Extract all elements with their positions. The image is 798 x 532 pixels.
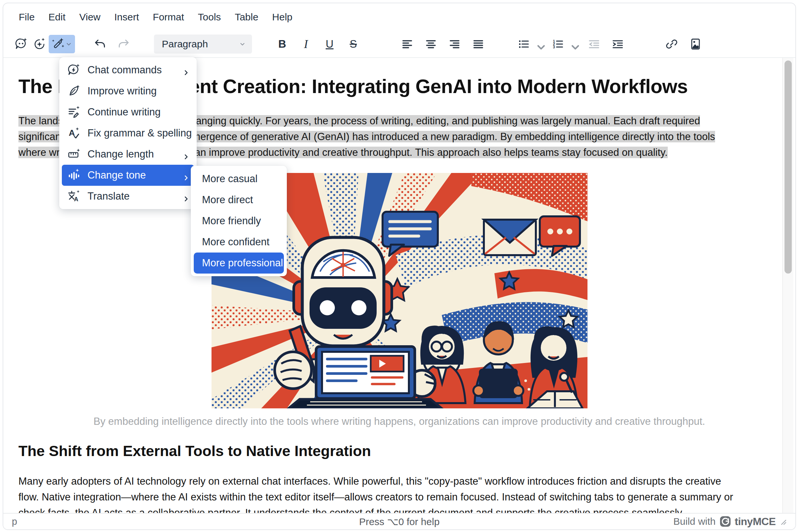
justify-icon — [472, 37, 485, 51]
ai-assistant-button[interactable] — [12, 35, 30, 53]
indent-button[interactable] — [609, 35, 627, 53]
menu-item-improve-writing[interactable]: Improve writing — [62, 80, 194, 101]
menu-item-continue-writing[interactable]: Continue writing — [62, 101, 194, 122]
toolbar: Paragraph B I U S — [3, 31, 795, 58]
menu-edit[interactable]: Edit — [41, 8, 72, 26]
outdent-button[interactable] — [585, 35, 603, 53]
numbered-list-button[interactable]: 123 — [551, 35, 565, 53]
svg-text:A: A — [74, 196, 78, 203]
ai-shortcuts-button[interactable] — [30, 35, 49, 53]
change-tone-submenu: More casual More direct More friendly Mo… — [191, 166, 287, 276]
chevron-down-icon — [65, 40, 72, 48]
brand-name: tinyMCE — [735, 516, 776, 528]
scrollbar[interactable] — [782, 58, 793, 513]
menu-item-change-length[interactable]: Change length — [62, 144, 194, 165]
paragraph-2: Many early adopters of AI technology rel… — [18, 474, 780, 513]
image-caption: By embedding intelligence directly into … — [18, 416, 780, 428]
submenu-item-label: More friendly — [202, 215, 261, 227]
menu-item-label: Improve writing — [88, 85, 189, 97]
bullet-list-icon — [517, 37, 530, 51]
link-button[interactable] — [663, 35, 681, 53]
align-center-button[interactable] — [422, 35, 440, 53]
numbered-list-icon: 123 — [551, 37, 564, 51]
menu-item-label: Change tone — [88, 169, 175, 181]
underline-button[interactable]: U — [320, 35, 339, 53]
submenu-chevron-icon — [183, 172, 189, 178]
menubar: File Edit View Insert Format Tools Table… — [3, 3, 795, 31]
menu-item-chat-commands[interactable]: Chat commands — [62, 59, 194, 80]
align-left-button[interactable] — [398, 35, 416, 53]
submenu-item-more-professional[interactable]: More professional — [194, 252, 284, 273]
link-icon — [665, 37, 678, 51]
strikethrough-label: S — [350, 38, 357, 50]
bullet-list-dropdown[interactable] — [531, 35, 545, 53]
menu-item-translate[interactable]: A Translate — [62, 186, 194, 207]
image-icon — [689, 37, 702, 51]
menu-item-label: Change length — [88, 148, 175, 160]
ai-assistant-icon — [15, 37, 27, 51]
improve-writing-icon — [67, 84, 80, 98]
menu-view[interactable]: View — [72, 8, 107, 26]
menu-tools[interactable]: Tools — [191, 8, 228, 26]
scrollbar-thumb[interactable] — [784, 60, 792, 273]
brand-prefix: Build with — [673, 516, 716, 527]
branding[interactable]: Build with tinyMCE — [673, 516, 776, 528]
paragraph-line: flow. Native integration—where the AI ex… — [18, 489, 780, 505]
undo-icon — [93, 37, 107, 51]
redo-button[interactable] — [114, 35, 133, 53]
numbered-list-dropdown[interactable] — [565, 35, 580, 53]
undo-button[interactable] — [91, 35, 109, 53]
align-center-icon — [424, 37, 438, 51]
submenu-item-more-confident[interactable]: More confident — [194, 231, 284, 252]
italic-label: I — [304, 37, 308, 51]
menu-item-label: Continue writing — [88, 106, 189, 118]
menu-file[interactable]: File — [12, 8, 41, 26]
align-right-icon — [448, 37, 461, 51]
justify-button[interactable] — [469, 35, 487, 53]
submenu-item-label: More casual — [202, 173, 258, 185]
block-format-select[interactable]: Paragraph — [154, 35, 252, 54]
menu-format[interactable]: Format — [146, 8, 191, 26]
block-format-value: Paragraph — [162, 38, 239, 50]
menu-insert[interactable]: Insert — [108, 8, 146, 26]
italic-button[interactable]: I — [297, 35, 315, 53]
paragraph-line: Many early adopters of AI technology rel… — [18, 474, 780, 489]
submenu-chevron-icon — [183, 151, 189, 157]
submenu-chevron-icon — [183, 67, 189, 73]
ai-shortcuts-icon — [33, 37, 46, 51]
chevron-down-icon — [569, 40, 576, 48]
statusbar: Press ⌥0 for help p Build with tinyMCE — [3, 513, 795, 529]
tinymce-editor: File Edit View Insert Format Tools Table… — [3, 3, 796, 530]
menu-item-fix-grammar[interactable]: A Fix grammar & spelling — [62, 122, 194, 144]
tinymce-logo-icon — [720, 516, 731, 527]
submenu-chevron-icon — [183, 193, 189, 200]
continue-writing-icon — [67, 106, 80, 119]
fix-grammar-icon: A — [67, 127, 80, 140]
image-button[interactable] — [686, 35, 705, 53]
section-heading: The Shift from External Tools to Native … — [18, 442, 780, 460]
menu-item-label: Fix grammar & spelling — [88, 127, 192, 139]
submenu-item-more-casual[interactable]: More casual — [194, 168, 284, 189]
align-right-button[interactable] — [445, 35, 464, 53]
submenu-item-more-direct[interactable]: More direct — [194, 189, 284, 210]
redo-icon — [117, 37, 130, 51]
menu-item-label: Translate — [88, 190, 175, 202]
change-tone-icon — [67, 169, 80, 182]
submenu-item-label: More direct — [202, 194, 253, 206]
menu-item-change-tone[interactable]: Change tone — [62, 165, 194, 186]
ai-wand-button[interactable] — [49, 35, 75, 53]
paragraph-line: check facts, the AI acts as a collaborat… — [18, 505, 780, 513]
ai-dropdown-menu: Chat commands Improve writing Continue w… — [59, 57, 197, 209]
menu-table[interactable]: Table — [228, 8, 265, 26]
translate-icon: A — [67, 190, 80, 203]
bold-button[interactable]: B — [273, 35, 292, 53]
menu-help[interactable]: Help — [265, 8, 299, 26]
underline-label: U — [326, 38, 334, 50]
chat-commands-icon — [67, 63, 80, 77]
submenu-item-more-friendly[interactable]: More friendly — [194, 210, 284, 231]
bullet-list-button[interactable] — [516, 35, 531, 53]
outdent-icon — [588, 37, 601, 51]
ai-wand-icon — [51, 37, 64, 51]
strikethrough-button[interactable]: S — [344, 35, 363, 53]
chevron-down-icon — [535, 40, 542, 48]
